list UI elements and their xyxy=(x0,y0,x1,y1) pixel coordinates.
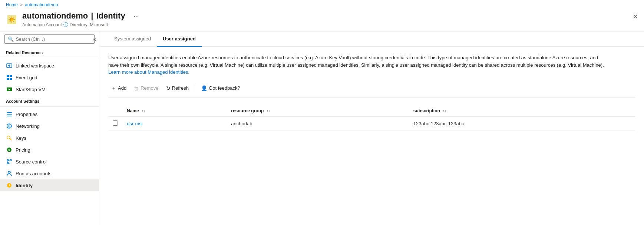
identity-icon xyxy=(6,182,13,189)
svg-point-19 xyxy=(8,171,10,173)
sidebar-item-label-event-grid: Event grid xyxy=(16,75,37,80)
remove-icon: 🗑 xyxy=(134,85,139,91)
row-name-link[interactable]: usr-msi xyxy=(127,121,143,126)
column-name[interactable]: Name ↑↓ xyxy=(122,105,227,117)
svg-point-1 xyxy=(10,18,13,21)
sidebar-item-pricing[interactable]: $ Pricing xyxy=(0,144,99,156)
refresh-button[interactable]: ↻ Refresh xyxy=(163,84,192,93)
sidebar-item-keys[interactable]: Keys xyxy=(0,132,99,144)
sidebar: 🔍 « Related Resources Linked workspace xyxy=(0,32,99,225)
svg-rect-4 xyxy=(10,75,12,77)
svg-rect-6 xyxy=(10,78,12,80)
tab-system-assigned[interactable]: System assigned xyxy=(108,32,157,47)
search-icon: 🔍 xyxy=(8,36,14,42)
sidebar-item-label-linked-workspace: Linked workspace xyxy=(16,63,54,69)
content-body: User assigned managed identities enable … xyxy=(99,47,644,138)
row-resource-group-cell: anchorlab xyxy=(227,116,409,130)
toolbar-separator xyxy=(195,85,195,92)
close-button[interactable]: ✕ xyxy=(633,13,638,21)
toolbar: ＋ Add 🗑 Remove ↻ Refresh 👤 Got feedba xyxy=(108,83,635,98)
sidebar-item-identity[interactable]: Identity xyxy=(0,179,99,191)
sidebar-item-label-run-as-accounts: Run as accounts xyxy=(16,171,52,176)
svg-rect-3 xyxy=(7,75,9,77)
sidebar-item-networking[interactable]: Networking xyxy=(0,120,99,132)
search-box[interactable]: 🔍 xyxy=(4,34,95,44)
svg-point-18 xyxy=(7,162,9,164)
pricing-icon: $ xyxy=(6,146,13,153)
page-title: automationdemo | Identity ··· xyxy=(22,11,141,21)
sidebar-item-event-grid[interactable]: Event grid xyxy=(0,72,99,83)
remove-button[interactable]: 🗑 Remove xyxy=(131,84,161,93)
networking-icon xyxy=(6,123,13,129)
sidebar-item-source-control[interactable]: Source control xyxy=(0,156,99,168)
sidebar-item-properties[interactable]: Properties xyxy=(0,108,99,120)
svg-rect-9 xyxy=(7,112,12,113)
sidebar-section-related-resources: Related Resources Linked workspace Event… xyxy=(0,47,99,95)
keys-icon xyxy=(6,135,13,141)
tabs-bar: System assigned User assigned xyxy=(99,32,644,47)
sidebar-section-label-account: Account Settings xyxy=(0,95,99,105)
breadcrumb-current[interactable]: automationdemo xyxy=(25,2,58,7)
search-input[interactable] xyxy=(16,37,91,42)
table-row: usr-msi anchorlab 123abc-123abc-123abc xyxy=(108,116,635,130)
sidebar-item-label-pricing: Pricing xyxy=(16,147,30,153)
svg-rect-11 xyxy=(7,116,12,116)
svg-point-16 xyxy=(7,159,9,161)
breadcrumb-separator: > xyxy=(20,2,23,7)
breadcrumb: Home > automationdemo xyxy=(0,0,644,10)
sidebar-item-start-stop-vm[interactable]: Start/Stop VM xyxy=(0,83,99,95)
sidebar-search-container: 🔍 « xyxy=(0,32,99,47)
tab-user-assigned[interactable]: User assigned xyxy=(157,32,202,47)
breadcrumb-home[interactable]: Home xyxy=(6,2,18,7)
feedback-button[interactable]: 👤 Got feedback? xyxy=(198,84,243,93)
row-checkbox[interactable] xyxy=(113,120,118,126)
collapse-sidebar-button[interactable]: « xyxy=(93,36,96,43)
description-content: User assigned managed identities enable … xyxy=(108,55,604,68)
page-name: Identity xyxy=(96,11,125,21)
row-subscription-cell: 123abc-123abc-123abc xyxy=(409,116,635,130)
table-header: Name ↑↓ resource group ↑↓ subscription ↑… xyxy=(108,105,635,117)
sidebar-item-label-networking: Networking xyxy=(16,123,40,129)
start-stop-vm-icon xyxy=(6,86,13,93)
resource-icon xyxy=(6,14,18,26)
add-icon: ＋ xyxy=(111,85,116,92)
add-button[interactable]: ＋ Add xyxy=(108,83,129,93)
column-name-label: Name xyxy=(127,108,139,113)
sidebar-section-account-settings: Account Settings Properties Networking xyxy=(0,95,99,191)
svg-text:$: $ xyxy=(8,149,10,152)
header-title-block: automationdemo | Identity ··· Automation… xyxy=(22,11,141,28)
main-layout: 🔍 « Related Resources Linked workspace xyxy=(0,31,644,225)
title-separator: | xyxy=(91,11,93,21)
feedback-icon: 👤 xyxy=(201,85,207,91)
feedback-label: Got feedback? xyxy=(209,85,240,91)
learn-more-link[interactable]: Learn more about Managed identities. xyxy=(108,69,189,75)
column-subscription[interactable]: subscription ↑↓ xyxy=(409,105,635,117)
sidebar-item-label-start-stop-vm: Start/Stop VM xyxy=(16,87,46,92)
event-grid-icon xyxy=(6,74,13,81)
checkbox-header xyxy=(108,105,122,117)
header-subtitle: Automation Account ⓘ Directory: Microsof… xyxy=(22,21,141,28)
refresh-label: Refresh xyxy=(172,85,189,91)
linked-workspace-icon xyxy=(6,62,13,69)
sidebar-item-label-keys: Keys xyxy=(16,135,26,141)
refresh-icon: ↻ xyxy=(166,85,171,91)
directory-label: Directory: Microsoft xyxy=(70,22,108,27)
info-icon[interactable]: ⓘ xyxy=(63,21,68,28)
column-rg-sort: ↑↓ xyxy=(267,109,270,113)
resource-type: Automation Account xyxy=(22,22,62,27)
more-options-button[interactable]: ··· xyxy=(131,11,141,21)
sidebar-section-label-related: Related Resources xyxy=(0,47,99,56)
page-header: automationdemo | Identity ··· Automation… xyxy=(0,10,644,31)
row-checkbox-cell xyxy=(108,116,122,130)
column-subscription-label: subscription xyxy=(413,108,440,113)
add-label: Add xyxy=(118,85,126,91)
description-text: User assigned managed identities enable … xyxy=(108,54,609,76)
row-name-cell: usr-msi xyxy=(122,116,227,130)
identity-table: Name ↑↓ resource group ↑↓ subscription ↑… xyxy=(108,105,635,131)
sidebar-item-run-as-accounts[interactable]: Run as accounts xyxy=(0,168,99,179)
run-as-accounts-icon xyxy=(6,170,13,177)
properties-icon xyxy=(6,111,13,118)
column-resource-group[interactable]: resource group ↑↓ xyxy=(227,105,409,117)
sidebar-divider xyxy=(0,58,99,58)
sidebar-item-linked-workspace[interactable]: Linked workspace xyxy=(0,60,99,72)
